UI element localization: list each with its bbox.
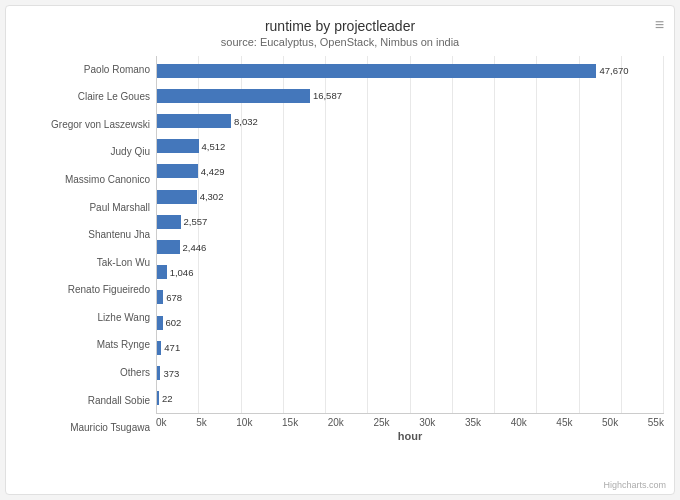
bar bbox=[157, 64, 596, 78]
bar-row: 4,302 bbox=[157, 188, 664, 206]
bar-value-label: 1,046 bbox=[170, 267, 194, 278]
x-tick: 40k bbox=[511, 417, 527, 428]
y-label: Lizhe Wang bbox=[16, 307, 150, 329]
highcharts-credit: Highcharts.com bbox=[603, 480, 666, 490]
bar-value-label: 373 bbox=[163, 368, 179, 379]
y-axis: Paolo RomanoClaire Le GouesGregor von La… bbox=[16, 56, 156, 442]
bar-value-label: 678 bbox=[166, 292, 182, 303]
plot-area-wrapper: 47,67016,5878,0324,5124,4294,3022,5572,4… bbox=[156, 56, 664, 442]
bar-row: 4,512 bbox=[157, 137, 664, 155]
bar-row: 4,429 bbox=[157, 162, 664, 180]
y-label: Claire Le Goues bbox=[16, 86, 150, 108]
bar-row: 2,446 bbox=[157, 238, 664, 256]
chart-container: ≡ runtime by projectleader source: Eucal… bbox=[5, 5, 675, 495]
bar bbox=[157, 89, 310, 103]
bars-area: 47,67016,5878,0324,5124,4294,3022,5572,4… bbox=[156, 56, 664, 414]
bar bbox=[157, 265, 167, 279]
bar-value-label: 602 bbox=[166, 317, 182, 328]
x-axis: 0k5k10k15k20k25k30k35k40k45k50k55k bbox=[156, 417, 664, 428]
bar-value-label: 2,446 bbox=[183, 242, 207, 253]
x-tick: 0k bbox=[156, 417, 167, 428]
y-label: Tak-Lon Wu bbox=[16, 252, 150, 274]
x-axis-label: hour bbox=[156, 430, 664, 442]
x-tick: 35k bbox=[465, 417, 481, 428]
x-tick: 5k bbox=[196, 417, 207, 428]
y-label: Shantenu Jha bbox=[16, 224, 150, 246]
bar-value-label: 47,670 bbox=[599, 65, 628, 76]
bar bbox=[157, 240, 180, 254]
bar bbox=[157, 215, 181, 229]
bar-value-label: 8,032 bbox=[234, 116, 258, 127]
y-label: Judy Qiu bbox=[16, 141, 150, 163]
bar-row: 373 bbox=[157, 364, 664, 382]
bar bbox=[157, 114, 231, 128]
bar bbox=[157, 366, 160, 380]
bar bbox=[157, 316, 163, 330]
x-tick: 45k bbox=[556, 417, 572, 428]
bar-value-label: 2,557 bbox=[184, 216, 208, 227]
bars-rows: 47,67016,5878,0324,5124,4294,3022,5572,4… bbox=[157, 56, 664, 413]
bar bbox=[157, 190, 197, 204]
x-tick: 55k bbox=[648, 417, 664, 428]
y-label: Mauricio Tsugawa bbox=[16, 417, 150, 439]
bar-row: 47,670 bbox=[157, 62, 664, 80]
bar bbox=[157, 164, 198, 178]
y-label: Paolo Romano bbox=[16, 59, 150, 81]
bar bbox=[157, 290, 163, 304]
bar-row: 1,046 bbox=[157, 263, 664, 281]
x-tick: 50k bbox=[602, 417, 618, 428]
y-label: Mats Rynge bbox=[16, 334, 150, 356]
x-tick: 25k bbox=[373, 417, 389, 428]
bar-value-label: 4,512 bbox=[202, 141, 226, 152]
bar-row: 8,032 bbox=[157, 112, 664, 130]
bar-row: 22 bbox=[157, 389, 664, 407]
bar bbox=[157, 139, 199, 153]
bar-row: 678 bbox=[157, 288, 664, 306]
x-tick: 15k bbox=[282, 417, 298, 428]
y-label: Randall Sobie bbox=[16, 390, 150, 412]
y-label: Renato Figueiredo bbox=[16, 279, 150, 301]
bar-value-label: 22 bbox=[162, 393, 173, 404]
bar-row: 602 bbox=[157, 314, 664, 332]
x-tick: 20k bbox=[328, 417, 344, 428]
bar bbox=[157, 391, 159, 405]
bar-row: 2,557 bbox=[157, 213, 664, 231]
menu-icon[interactable]: ≡ bbox=[655, 16, 664, 34]
chart-title: runtime by projectleader bbox=[16, 18, 664, 34]
bar-row: 471 bbox=[157, 339, 664, 357]
x-tick: 30k bbox=[419, 417, 435, 428]
x-tick: 10k bbox=[236, 417, 252, 428]
y-label: Paul Marshall bbox=[16, 197, 150, 219]
y-label: Gregor von Laszewski bbox=[16, 114, 150, 136]
y-label: Massimo Canonico bbox=[16, 169, 150, 191]
chart-body: Paolo RomanoClaire Le GouesGregor von La… bbox=[16, 56, 664, 442]
chart-subtitle: source: Eucalyptus, OpenStack, Nimbus on… bbox=[16, 36, 664, 48]
bar-value-label: 4,302 bbox=[200, 191, 224, 202]
bar-value-label: 4,429 bbox=[201, 166, 225, 177]
bar-value-label: 16,587 bbox=[313, 90, 342, 101]
bar-row: 16,587 bbox=[157, 87, 664, 105]
bar-value-label: 471 bbox=[164, 342, 180, 353]
y-label: Others bbox=[16, 362, 150, 384]
bar bbox=[157, 341, 161, 355]
